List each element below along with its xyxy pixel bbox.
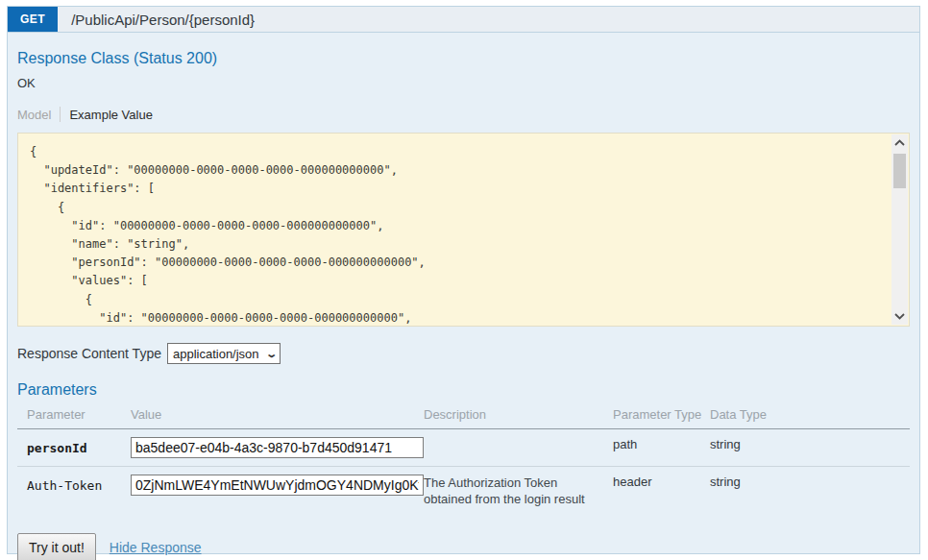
table-row-auth-token: Auth-Token The Authorization Token obtai… (17, 467, 910, 516)
try-it-out-button[interactable]: Try it out! (17, 533, 96, 560)
response-content-type-row: Response Content Type application/json ⌄ (17, 343, 910, 364)
auth-token-data-type: string (710, 467, 910, 516)
hide-response-link[interactable]: Hide Response (110, 540, 202, 555)
response-class-heading: Response Class (Status 200) (17, 33, 910, 67)
parameters-header-row: Parameter Value Description Parameter Ty… (17, 403, 910, 429)
param-name-auth-token: Auth-Token (17, 467, 131, 516)
operation-content: Response Class (Status 200) OK Model Exa… (7, 32, 920, 554)
col-parameter-type: Parameter Type (613, 403, 710, 429)
snippet-scrollbar[interactable] (891, 134, 908, 325)
personid-description (424, 429, 613, 467)
tab-example-value[interactable]: Example Value (69, 108, 152, 122)
response-content-type-select[interactable]: application/json ⌄ (167, 343, 281, 364)
actions-row: Try it out! Hide Response (17, 533, 910, 560)
operation-panel: GET /PublicApi/Person/{personId} Respons… (7, 6, 920, 554)
scrollbar-thumb[interactable] (893, 154, 906, 188)
endpoint-path: /PublicApi/Person/{personId} (71, 7, 255, 32)
scroll-up-icon[interactable] (891, 134, 908, 151)
operation-header[interactable]: GET /PublicApi/Person/{personId} (7, 6, 920, 32)
personid-param-type: path (613, 429, 710, 467)
scroll-down-icon[interactable] (891, 308, 908, 325)
example-value-snippet: { "updateId": "00000000-0000-0000-0000-0… (17, 133, 910, 327)
parameters-heading: Parameters (17, 364, 910, 399)
response-tabs: Model Example Value (17, 107, 910, 122)
personid-value-input[interactable] (131, 437, 424, 458)
table-row-personid: personId path string (17, 429, 910, 467)
tab-separator (60, 107, 61, 122)
auth-token-description: The Authorization Token obtained from th… (424, 467, 613, 516)
auth-token-param-type: header (613, 467, 710, 516)
response-content-type-label: Response Content Type (17, 346, 161, 361)
tab-model[interactable]: Model (17, 108, 51, 122)
example-json-code: { "updateId": "00000000-0000-0000-0000-0… (18, 134, 909, 326)
col-parameter: Parameter (17, 403, 131, 429)
auth-token-value-input[interactable] (131, 475, 424, 496)
parameters-table: Parameter Value Description Parameter Ty… (17, 403, 910, 515)
param-name-personid: personId (17, 429, 131, 467)
response-status-text: OK (17, 76, 910, 90)
col-data-type: Data Type (710, 403, 910, 429)
chevron-down-icon: ⌄ (265, 348, 278, 360)
col-description: Description (424, 403, 613, 429)
http-method-badge: GET (8, 7, 58, 32)
personid-data-type: string (710, 429, 910, 467)
col-value: Value (131, 403, 424, 429)
selected-content-type: application/json (173, 347, 259, 361)
